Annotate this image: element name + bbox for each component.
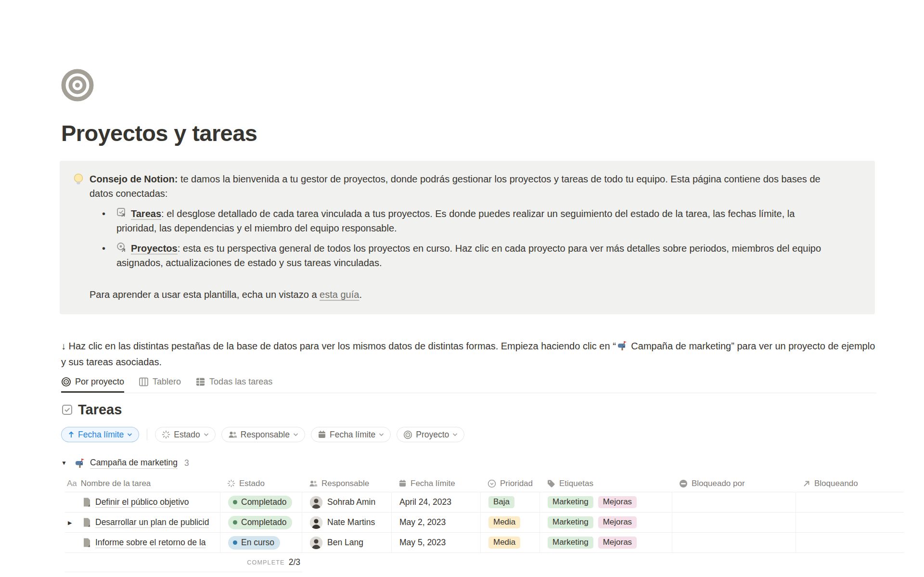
tag-pill[interactable]: Marketing: [548, 516, 593, 528]
task-name[interactable]: Informe sobre el retorno de la: [95, 538, 206, 548]
assignee-name: Sohrab Amin: [327, 497, 375, 507]
mailbox-icon: [75, 458, 85, 468]
column-label: Responsable: [321, 479, 369, 488]
group-count: 3: [184, 458, 189, 468]
table-row: ▶ Desarrollar un plan de publicid Comple…: [65, 513, 904, 533]
blocked-by-cell[interactable]: [672, 533, 796, 552]
priority-pill[interactable]: Media: [488, 516, 520, 528]
estado-complete-calc[interactable]: COMPLETE 2/3: [220, 553, 302, 572]
column-header-nombre[interactable]: Aa Nombre de la tarea: [65, 475, 220, 492]
status-pill[interactable]: En curso: [228, 536, 280, 550]
linked-tasks-db-icon: [116, 207, 127, 219]
blocked-by-cell[interactable]: [672, 492, 796, 512]
tag-pill[interactable]: Marketing: [548, 496, 593, 508]
filter-label: Responsable: [241, 430, 290, 440]
toolbar-divider: [147, 429, 147, 440]
column-header-estado[interactable]: Estado: [220, 475, 302, 492]
calc-label: COMPLETE: [247, 559, 284, 566]
column-header-bloqueando[interactable]: Bloqueando: [796, 475, 904, 492]
bullet-tareas: • Tareas: el desglose detallado de cada …: [90, 206, 833, 235]
hint-project-name: Campaña de marketing: [629, 341, 731, 351]
sort-pill-fecha-limite[interactable]: Fecha límite: [61, 427, 139, 442]
tag-pill[interactable]: Mejoras: [598, 537, 637, 549]
tag-icon: [547, 479, 555, 488]
column-header-responsable[interactable]: Responsable: [302, 475, 392, 492]
tag-pill[interactable]: Marketing: [548, 537, 593, 549]
calc-empty-cell: [392, 553, 481, 572]
column-label: Estado: [239, 479, 265, 488]
bullet-dot: •: [102, 206, 105, 221]
sort-label: Fecha límite: [78, 430, 124, 440]
due-date-cell[interactable]: May 5, 2023: [392, 533, 481, 552]
tab-tablero[interactable]: Tablero: [139, 377, 181, 391]
database-tabs: Por proyecto Tablero Todas las tareas: [61, 377, 876, 393]
page-title[interactable]: Proyectos y tareas: [61, 121, 875, 146]
chevron-down-icon: [452, 433, 458, 436]
page-target-icon[interactable]: [61, 69, 94, 102]
status-label: En curso: [241, 538, 274, 548]
table-calc-row: COMPLETE 2/3: [65, 553, 904, 572]
column-header-fecha-limite[interactable]: Fecha límite: [392, 475, 481, 492]
people-icon: [309, 480, 318, 487]
blocking-cell[interactable]: [796, 513, 904, 532]
subtasks-expand-toggle[interactable]: ▶: [68, 519, 72, 526]
calc-empty-cell: [796, 553, 904, 572]
assignee[interactable]: Ben Lang: [310, 537, 363, 549]
column-header-bloqueado-por[interactable]: Bloqueado por: [672, 475, 796, 492]
task-name[interactable]: Desarrollar un plan de publicid: [95, 517, 209, 528]
bullet-proyectos-text: : esta es tu perspectiva general de todo…: [116, 243, 821, 268]
column-header-prioridad[interactable]: Prioridad: [481, 475, 540, 492]
column-header-etiquetas[interactable]: Etiquetas: [540, 475, 672, 492]
section-title: Tareas: [78, 402, 122, 418]
status-cell: Completado: [220, 492, 302, 512]
filter-pill-estado[interactable]: Estado: [155, 427, 215, 442]
priority-pill[interactable]: Media: [488, 537, 520, 549]
filter-label: Fecha límite: [330, 430, 375, 440]
calendar-icon: [398, 479, 407, 487]
due-date: April 24, 2023: [399, 497, 451, 507]
blocked-icon: [679, 479, 688, 488]
assignee-cell: Ben Lang: [302, 533, 392, 552]
filter-pill-fecha-limite[interactable]: Fecha límite: [311, 427, 391, 442]
status-pill[interactable]: Completado: [228, 496, 292, 509]
target-icon: [61, 377, 71, 387]
filter-pill-proyecto[interactable]: Proyecto: [397, 427, 464, 442]
tab-todas-las-tareas[interactable]: Todas las tareas: [195, 377, 272, 391]
chevron-down-icon: [127, 433, 132, 436]
guide-link[interactable]: esta guía: [320, 289, 359, 300]
due-date-cell[interactable]: April 24, 2023: [392, 492, 481, 512]
tag-pill[interactable]: Mejoras: [598, 496, 637, 508]
assignee[interactable]: Sohrab Amin: [310, 496, 375, 509]
tasks-db-link[interactable]: Tareas: [131, 208, 161, 219]
column-label: Fecha límite: [411, 479, 455, 488]
task-name[interactable]: Definir el público objetivo: [95, 497, 189, 508]
calc-empty-cell: [65, 553, 220, 572]
avatar: [310, 537, 322, 549]
calc-value: 2/3: [289, 557, 300, 567]
calc-empty-cell: [481, 553, 540, 572]
task-name-cell: ▶ Desarrollar un plan de publicid: [65, 513, 220, 532]
tag-pill[interactable]: Mejoras: [598, 516, 637, 528]
callout-intro-bold: Consejo de Notion:: [90, 174, 178, 184]
column-label: Bloqueando: [814, 479, 858, 488]
filter-pill-responsable[interactable]: Responsable: [221, 427, 305, 442]
tab-label: Todas las tareas: [209, 377, 272, 387]
group-collapse-toggle[interactable]: ▼: [61, 460, 74, 466]
due-date-cell[interactable]: May 2, 2023: [392, 513, 481, 532]
blocking-cell[interactable]: [796, 492, 904, 512]
projects-db-link[interactable]: Proyectos: [131, 243, 178, 254]
assignee-name: Nate Martins: [327, 517, 375, 527]
tab-por-proyecto[interactable]: Por proyecto: [61, 377, 124, 393]
assignee[interactable]: Nate Martins: [310, 516, 375, 529]
page-content: Proyectos y tareas Consejo de Notion: te…: [0, 0, 924, 572]
blocked-by-cell[interactable]: [672, 513, 796, 532]
status-pill[interactable]: Completado: [228, 516, 292, 529]
blocking-cell[interactable]: [796, 533, 904, 552]
assignee-cell: Sohrab Amin: [302, 492, 392, 512]
filter-label: Estado: [174, 430, 200, 440]
task-name-cell: Definir el público objetivo: [65, 492, 220, 512]
priority-pill[interactable]: Baja: [488, 496, 514, 508]
priority-cell: Media: [481, 533, 540, 552]
group-title[interactable]: Campaña de marketing: [90, 458, 178, 469]
column-label: Bloqueado por: [692, 479, 745, 488]
